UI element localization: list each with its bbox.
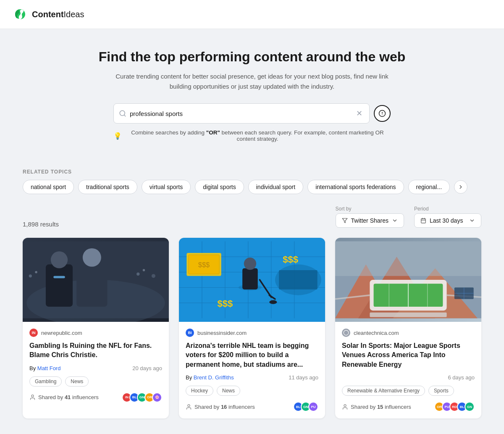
- card1-tag-2[interactable]: News: [65, 376, 89, 387]
- card1-image: [23, 238, 169, 322]
- topic-chip-individual-sport[interactable]: individual sport: [248, 180, 303, 194]
- card1-tags: Gambling News: [29, 376, 162, 387]
- search-icon: [119, 110, 126, 117]
- sort-by-select[interactable]: Twitter Shares: [336, 213, 404, 228]
- card2-title: Arizona's terrible NHL team is begging v…: [186, 341, 318, 369]
- info-icon: [378, 110, 386, 117]
- card1-tag-1[interactable]: Gambling: [29, 376, 62, 387]
- topic-chip-international-sports-federations[interactable]: international sports federations: [307, 180, 404, 194]
- sort-by-group: Sort by Twitter Shares: [336, 206, 404, 228]
- card3-image: [335, 238, 481, 322]
- svg-point-16: [83, 248, 101, 267]
- svg-point-18: [35, 271, 37, 273]
- card1-body: IN newrepublic.com Gambling Is Ruining t…: [23, 322, 169, 409]
- related-topics-label: RELATED TOPICS: [23, 169, 481, 175]
- avatar: GN: [465, 402, 475, 412]
- card2-shared-text: Shared by 16 influencers: [194, 404, 255, 410]
- search-container: ✕: [113, 103, 391, 124]
- card3-avatars: OR PU RD BL GN: [434, 402, 475, 412]
- card3-shared-text: Shared by 15 influencers: [351, 404, 411, 410]
- card2-date: 11 days ago: [289, 374, 318, 381]
- filter-icon: [342, 218, 348, 224]
- bulb-icon: 💡: [113, 132, 122, 140]
- card1-favicon: IN: [29, 329, 38, 337]
- topic-chip-virtual-sports[interactable]: virtual sports: [142, 180, 191, 194]
- card2-avatars: BL GN PU: [293, 402, 318, 412]
- topic-chip-national-sport[interactable]: national sport: [23, 180, 74, 194]
- svg-line-2: [124, 115, 125, 116]
- topic-chip-digital-sports[interactable]: digital sports: [195, 180, 244, 194]
- person-icon: [29, 394, 36, 400]
- hero-title: Find the top performing content around t…: [10, 49, 494, 65]
- search-input[interactable]: [130, 110, 354, 117]
- svg-point-17: [29, 274, 32, 277]
- chevron-down-icon: [392, 218, 398, 224]
- card2-author: By Brent D. Griffiths: [186, 374, 234, 381]
- card-2[interactable]: $$$ $$$ $$$ BI businessinsi: [179, 238, 325, 418]
- card2-tag-2[interactable]: News: [217, 386, 240, 396]
- card3-tag-1[interactable]: Renewable & Alternative Energy: [342, 386, 425, 396]
- or-hint: 💡 Combine searches by adding "OR" betwee…: [113, 129, 391, 142]
- card1-author-link[interactable]: Matt Ford: [37, 365, 61, 371]
- card1-meta: By Matt Ford 20 days ago: [29, 365, 162, 371]
- or-hint-text: Combine searches by adding "OR" between …: [124, 129, 391, 142]
- svg-text:$$$: $$$: [218, 298, 233, 309]
- results-bar: 1,898 results Sort by Twitter Shares Per…: [13, 206, 491, 228]
- svg-rect-15: [76, 263, 107, 307]
- cards-grid: IN newrepublic.com Gambling Is Ruining t…: [13, 238, 491, 434]
- svg-text:$$$: $$$: [198, 261, 210, 268]
- logo[interactable]: ContentIdeas: [12, 6, 84, 23]
- period-select[interactable]: Last 30 days: [414, 213, 481, 228]
- svg-point-20: [143, 269, 145, 271]
- avatar: 🌸: [152, 392, 162, 402]
- header: ContentIdeas: [0, 0, 504, 29]
- svg-marker-6: [342, 218, 347, 223]
- topics-next-button[interactable]: [454, 180, 467, 194]
- card3-source: cleantechnica.com: [342, 329, 475, 337]
- card1-date: 20 days ago: [132, 365, 162, 371]
- person-icon-3: [342, 404, 348, 410]
- svg-point-42: [269, 300, 277, 304]
- svg-rect-38: [242, 268, 258, 289]
- svg-rect-22: [53, 276, 65, 278]
- svg-point-39: [244, 258, 256, 270]
- hero-section: Find the top performing content around t…: [0, 29, 504, 155]
- logo-text: ContentIdeas: [32, 10, 84, 19]
- card3-title: Solar In Sports: Major League Sports Ven…: [342, 341, 475, 369]
- svg-rect-58: [370, 313, 446, 317]
- card2-author-link[interactable]: Brent D. Griffiths: [194, 374, 234, 381]
- card3-footer: Shared by 15 influencers OR PU RD BL GN: [342, 402, 475, 412]
- svg-text:$$$: $$$: [283, 254, 298, 265]
- topic-chip-traditional-sports[interactable]: traditional sports: [78, 180, 137, 194]
- card1-source: IN newrepublic.com: [29, 329, 162, 337]
- period-group: Period Last 30 days: [414, 206, 481, 228]
- period-value: Last 30 days: [430, 217, 463, 224]
- related-topics-section: RELATED TOPICS national sport traditiona…: [13, 169, 491, 194]
- person-icon-2: [186, 404, 192, 410]
- info-button[interactable]: [374, 105, 391, 122]
- svg-point-65: [344, 405, 346, 407]
- card2-tag-1[interactable]: Hockey: [186, 386, 213, 396]
- hero-subtitle: Curate trending content for better socia…: [109, 71, 395, 92]
- topic-chip-regional[interactable]: regional...: [408, 180, 450, 194]
- card3-favicon: [342, 329, 350, 337]
- card3-meta: 6 days ago: [342, 374, 475, 381]
- card2-source: BI businessinsider.com: [186, 329, 318, 337]
- svg-point-23: [32, 395, 34, 397]
- card1-avatars: IN BL GN OR 🌸: [122, 392, 162, 402]
- card3-tags: Renewable & Alternative Energy Sports: [342, 386, 475, 396]
- card3-shared-info: Shared by 15 influencers: [342, 404, 411, 410]
- search-box: ✕: [113, 103, 370, 124]
- card2-domain: businessinsider.com: [197, 330, 247, 336]
- svg-point-19: [136, 273, 139, 276]
- sort-by-label: Sort by: [336, 206, 404, 212]
- card-3[interactable]: cleantechnica.com Solar In Sports: Major…: [335, 238, 481, 418]
- card-1[interactable]: IN newrepublic.com Gambling Is Ruining t…: [23, 238, 169, 418]
- clear-search-button[interactable]: ✕: [354, 107, 364, 120]
- sort-by-value: Twitter Shares: [351, 217, 388, 224]
- card2-tags: Hockey News: [186, 386, 318, 396]
- card3-date: 6 days ago: [448, 374, 475, 381]
- card3-tag-2[interactable]: Sports: [428, 386, 454, 396]
- card3-domain: cleantechnica.com: [354, 330, 399, 336]
- card2-favicon: BI: [186, 329, 194, 337]
